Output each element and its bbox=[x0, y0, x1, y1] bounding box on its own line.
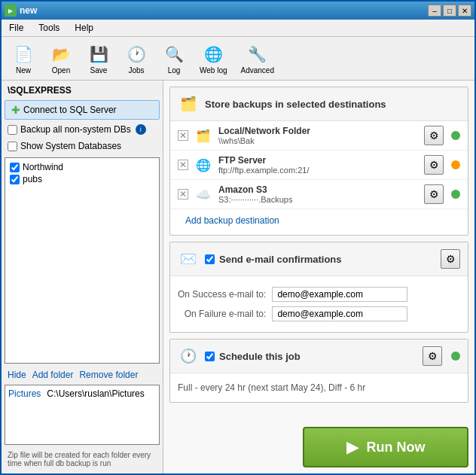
show-system-label: Show System Databases bbox=[20, 141, 121, 151]
gear-ftp-button[interactable]: ⚙ bbox=[424, 155, 444, 175]
list-item: pubs bbox=[8, 173, 156, 185]
on-success-label: On Success e-mail to: bbox=[178, 289, 266, 300]
remove-local-button[interactable]: ✕ bbox=[178, 130, 188, 141]
open-icon: 📂 bbox=[49, 42, 73, 66]
hide-button[interactable]: Hide bbox=[8, 370, 26, 380]
window-title: new bbox=[20, 5, 425, 16]
db-northwind-checkbox[interactable] bbox=[10, 163, 20, 172]
maximize-button[interactable]: □ bbox=[443, 5, 456, 17]
dest-name-s3: Amazon S3 bbox=[218, 184, 418, 195]
list-item: Northwind bbox=[8, 161, 156, 173]
schedule-section: 🕐 Schedule this job ⚙ Full - every 24 hr… bbox=[169, 339, 468, 403]
database-list: Northwind pubs bbox=[5, 157, 160, 364]
status-badge-ftp-warn bbox=[451, 160, 460, 169]
run-now-button[interactable]: ▶ Run Now bbox=[303, 427, 468, 467]
menu-file[interactable]: File bbox=[5, 21, 28, 35]
menu-bar: File Tools Help bbox=[2, 20, 474, 37]
status-badge-local-ok bbox=[451, 131, 460, 140]
dest-name-ftp: FTP Server bbox=[218, 155, 418, 166]
email-body: On Success e-mail to: On Failure e-mail … bbox=[170, 276, 468, 332]
schedule-header: 🕐 Schedule this job ⚙ bbox=[170, 340, 468, 373]
toolbar: 📄 New 📂 Open 💾 Save 🕐 Jobs 🔍 Log 🌐 Web l… bbox=[2, 37, 474, 81]
toolbar-new[interactable]: 📄 New bbox=[8, 40, 39, 77]
gear-email-button[interactable]: ⚙ bbox=[441, 249, 460, 269]
dest-row-s3: ✕ ☁️ Amazon S3 S3:············.Backups ⚙ bbox=[170, 180, 468, 209]
schedule-enabled-checkbox[interactable] bbox=[205, 352, 215, 361]
email-form: On Success e-mail to: On Failure e-mail … bbox=[178, 282, 460, 326]
status-badge-s3-ok bbox=[451, 190, 460, 199]
s3-icon: ☁️ bbox=[194, 185, 212, 203]
log-icon: 🔍 bbox=[162, 42, 186, 66]
folder-controls: Hide Add folder Remove folder bbox=[5, 368, 160, 382]
advanced-icon: 🔧 bbox=[246, 42, 270, 66]
destinations-title: Store backups in selected destinations bbox=[205, 99, 386, 110]
dest-info-ftp: FTP Server ftp://ftp.example.com:21/ bbox=[218, 155, 418, 175]
toolbar-jobs[interactable]: 🕐 Jobs bbox=[121, 40, 152, 77]
toolbar-log[interactable]: 🔍 Log bbox=[158, 40, 190, 77]
jobs-icon: 🕐 bbox=[124, 42, 148, 66]
main-content: \SQLEXPRESS ✚ Connect to SQL Server Back… bbox=[2, 81, 474, 473]
menu-help[interactable]: Help bbox=[70, 21, 98, 35]
schedule-detail: Full - every 24 hr (next start May 24), … bbox=[178, 379, 460, 396]
window-controls: – □ ✕ bbox=[428, 5, 471, 17]
backup-all-label: Backup all non-system DBs bbox=[20, 124, 131, 135]
schedule-body: Full - every 24 hr (next start May 24), … bbox=[170, 373, 468, 402]
show-system-checkbox[interactable] bbox=[8, 142, 17, 151]
destinations-header: 🗂️ Store backups in selected destination… bbox=[170, 87, 468, 121]
menu-tools[interactable]: Tools bbox=[34, 21, 64, 35]
connect-button[interactable]: ✚ Connect to SQL Server bbox=[5, 100, 160, 120]
gear-s3-button[interactable]: ⚙ bbox=[424, 184, 444, 204]
backup-all-checkbox[interactable] bbox=[8, 125, 17, 135]
backup-all-row: Backup all non-system DBs i bbox=[5, 123, 160, 136]
weblog-icon: 🌐 bbox=[201, 42, 225, 66]
db-pubs-checkbox[interactable] bbox=[10, 175, 20, 184]
main-window: new – □ ✕ File Tools Help 📄 New 📂 Open 💾… bbox=[0, 0, 476, 475]
schedule-title-row: Schedule this job bbox=[205, 351, 301, 362]
left-panel: \SQLEXPRESS ✚ Connect to SQL Server Back… bbox=[2, 81, 163, 473]
destinations-icon: 🗂️ bbox=[178, 93, 199, 114]
email-title: Send e-mail confirmations bbox=[219, 254, 342, 265]
remove-s3-button[interactable]: ✕ bbox=[178, 189, 188, 199]
close-button[interactable]: ✕ bbox=[458, 5, 471, 17]
dest-path-local: \\whs\Bak bbox=[218, 136, 418, 145]
show-system-row: Show System Databases bbox=[5, 139, 160, 153]
run-now-section: ▶ Run Now bbox=[169, 421, 468, 467]
dest-row-ftp: ✕ 🌐 FTP Server ftp://ftp.example.com:21/… bbox=[170, 151, 468, 180]
add-destination-link[interactable]: Add backup destination bbox=[178, 212, 287, 229]
add-folder-button[interactable]: Add folder bbox=[32, 370, 74, 380]
dest-info-s3: Amazon S3 S3:············.Backups bbox=[218, 184, 418, 204]
connect-icon: ✚ bbox=[11, 104, 20, 116]
toolbar-open[interactable]: 📂 Open bbox=[45, 40, 77, 77]
gear-local-button[interactable]: ⚙ bbox=[424, 126, 444, 145]
dest-path-ftp: ftp://ftp.example.com:21/ bbox=[218, 166, 418, 175]
dest-path-s3: S3:············.Backups bbox=[218, 195, 418, 204]
email-header: ✉️ Send e-mail confirmations ⚙ bbox=[170, 242, 468, 276]
email-enabled-checkbox[interactable] bbox=[205, 254, 215, 264]
toolbar-advanced[interactable]: 🔧 Advanced bbox=[237, 40, 278, 77]
folder-path: C:\Users\ruslan\Pictures bbox=[47, 388, 144, 399]
email-title-row: Send e-mail confirmations bbox=[205, 254, 342, 265]
gear-schedule-button[interactable]: ⚙ bbox=[423, 346, 442, 366]
email-section: ✉️ Send e-mail confirmations ⚙ On Succes… bbox=[169, 242, 468, 333]
right-panel: 🗂️ Store backups in selected destination… bbox=[163, 81, 474, 473]
info-icon[interactable]: i bbox=[136, 124, 146, 135]
ftp-icon: 🌐 bbox=[194, 156, 212, 174]
on-success-input[interactable] bbox=[272, 287, 407, 302]
folder-key: Pictures bbox=[8, 388, 41, 399]
list-item: Pictures C:\Users\ruslan\Pictures bbox=[8, 388, 156, 399]
db-pubs-label: pubs bbox=[23, 174, 42, 184]
toolbar-save[interactable]: 💾 Save bbox=[83, 40, 114, 77]
title-bar: new – □ ✕ bbox=[2, 2, 474, 20]
on-failure-input[interactable] bbox=[272, 306, 407, 321]
remove-ftp-button[interactable]: ✕ bbox=[178, 160, 188, 170]
schedule-title: Schedule this job bbox=[219, 351, 301, 362]
remove-folder-button[interactable]: Remove folder bbox=[79, 370, 138, 380]
on-failure-label: On Failure e-mail to: bbox=[178, 309, 266, 319]
toolbar-weblog[interactable]: 🌐 Web log bbox=[196, 40, 231, 77]
minimize-button[interactable]: – bbox=[428, 5, 441, 17]
play-icon: ▶ bbox=[346, 437, 359, 457]
local-folder-icon: 🗂️ bbox=[194, 126, 212, 145]
app-icon bbox=[5, 5, 17, 17]
zip-note: Zip file will be created for each folder… bbox=[5, 448, 160, 470]
dest-info-local: Local/Network Folder \\whs\Bak bbox=[218, 126, 418, 145]
